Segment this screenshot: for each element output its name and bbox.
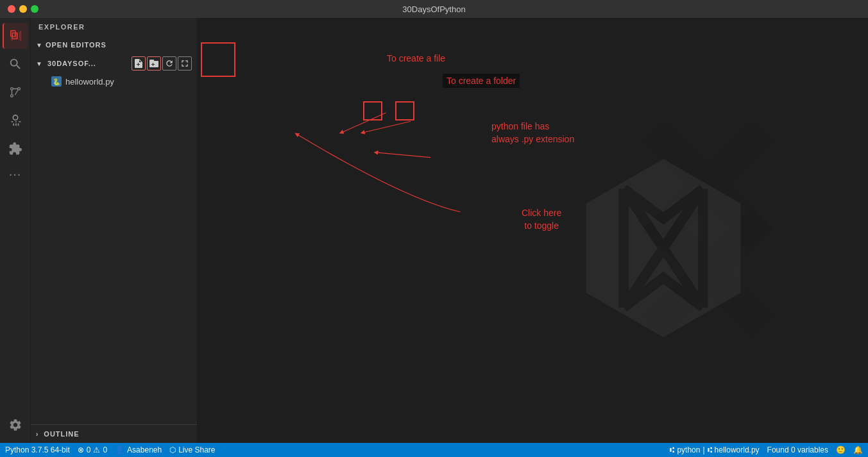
found-variables-label: Found 0 variables bbox=[767, 445, 828, 454]
activity-bar: ··· bbox=[0, 18, 31, 443]
editor-area: To create a file To create a folder pyth… bbox=[198, 18, 868, 443]
explorer-header: EXPLORER bbox=[31, 18, 197, 36]
main-layout: ··· EXPLORER ▼ OPEN EDITORS ▼ 30DAYSOF..… bbox=[0, 18, 868, 443]
sidebar-item-source-control[interactable] bbox=[3, 79, 28, 105]
open-editors-label: OPEN EDITORS bbox=[46, 41, 106, 49]
statusbar-right: ⑆ python | ⑆ helloworld.py Found 0 varia… bbox=[670, 445, 863, 454]
refresh-button[interactable] bbox=[162, 56, 176, 71]
folder-name: 30DAYSOF... bbox=[47, 60, 96, 67]
open-editors-chevron: ▼ bbox=[36, 42, 43, 49]
highlight-explorer bbox=[201, 42, 235, 77]
user-label: Asabeneh bbox=[127, 445, 162, 454]
share-icon: ⬡ bbox=[169, 445, 176, 454]
outline-section: › OUTLINE bbox=[31, 424, 197, 443]
bell-item[interactable]: 🔔 bbox=[853, 445, 863, 454]
warning-icon: ⚠ bbox=[93, 445, 100, 454]
bell-icon[interactable]: 🔔 bbox=[853, 445, 863, 454]
new-folder-button[interactable] bbox=[147, 56, 161, 71]
statusbar: Python 3.7.5 64-bit ⊗ 0 ⚠ 0 👤 Asabeneh ⬡… bbox=[0, 443, 868, 457]
smiley-icon[interactable]: 🙂 bbox=[836, 445, 846, 454]
file-name: helloworld.py bbox=[65, 77, 114, 87]
live-share-label: Live Share bbox=[178, 445, 215, 454]
svg-line-5 bbox=[341, 113, 386, 133]
minimize-button[interactable] bbox=[19, 5, 27, 13]
outline-chevron: › bbox=[36, 431, 38, 438]
folder-actions bbox=[132, 56, 192, 71]
file-status-label: helloworld.py bbox=[715, 445, 760, 454]
file-row-helloworld[interactable]: 🐍 helloworld.py bbox=[31, 73, 197, 90]
settings-icon[interactable] bbox=[3, 412, 28, 438]
window-title: 30DaysOfPython bbox=[402, 4, 465, 14]
outline-label: OUTLINE bbox=[44, 430, 79, 438]
close-button[interactable] bbox=[8, 5, 15, 13]
annotation-python-ext: python file has always .py extension bbox=[491, 120, 574, 145]
python-branch-item[interactable]: ⑆ python | ⑆ helloworld.py bbox=[670, 445, 759, 454]
folder-row-left: ▼ 30DAYSOF... bbox=[36, 60, 132, 67]
svg-line-6 bbox=[362, 121, 411, 133]
warning-count: 0 bbox=[103, 445, 107, 454]
errors-item[interactable]: ⊗ 0 ⚠ 0 bbox=[78, 445, 107, 454]
svg-line-7 bbox=[376, 153, 430, 158]
outline-header[interactable]: › OUTLINE bbox=[31, 425, 197, 443]
smiley-item[interactable]: 🙂 bbox=[836, 445, 846, 454]
sidebar-item-extensions[interactable] bbox=[3, 136, 28, 162]
sidebar-item-debug[interactable] bbox=[3, 108, 28, 133]
python-version-label: Python 3.7.5 64-bit bbox=[5, 445, 70, 454]
annotation-create-folder: To create a folder bbox=[443, 74, 520, 88]
statusbar-left: Python 3.7.5 64-bit ⊗ 0 ⚠ 0 👤 Asabeneh ⬡… bbox=[5, 445, 216, 454]
live-share-item[interactable]: ⬡ Live Share bbox=[169, 445, 215, 454]
error-count: 0 bbox=[87, 445, 91, 454]
annotation-create-file: To create a file bbox=[387, 53, 445, 63]
window-controls[interactable] bbox=[8, 5, 38, 13]
branch-icon2: ⑆ bbox=[708, 445, 712, 454]
folder-chevron: ▼ bbox=[36, 60, 42, 67]
branch-icon: ⑆ bbox=[670, 445, 674, 454]
highlight-new-folder bbox=[395, 101, 414, 120]
folder-row-30days[interactable]: ▼ 30DAYSOF... bbox=[31, 54, 197, 73]
annotation-click-here: Click here to toggle bbox=[522, 207, 561, 232]
highlight-new-file bbox=[363, 101, 382, 120]
sidebar-item-explorer[interactable] bbox=[3, 23, 28, 49]
titlebar: 30DaysOfPython bbox=[0, 0, 868, 18]
python-version-item[interactable]: Python 3.7.5 64-bit bbox=[5, 445, 70, 454]
user-item[interactable]: 👤 Asabeneh bbox=[115, 445, 162, 454]
new-file-button[interactable] bbox=[132, 56, 146, 71]
svg-point-3 bbox=[17, 88, 20, 90]
sidebar: EXPLORER ▼ OPEN EDITORS ▼ 30DAYSOF... bbox=[31, 18, 198, 443]
open-editors-section[interactable]: ▼ OPEN EDITORS bbox=[31, 36, 197, 54]
svg-point-4 bbox=[10, 88, 13, 90]
vscode-watermark bbox=[599, 120, 817, 341]
maximize-button[interactable] bbox=[31, 5, 38, 13]
python-status-label: python bbox=[677, 445, 700, 454]
found-variables-item[interactable]: Found 0 variables bbox=[767, 445, 828, 454]
svg-point-2 bbox=[10, 95, 13, 97]
error-icon: ⊗ bbox=[78, 445, 84, 454]
user-icon: 👤 bbox=[115, 445, 124, 454]
more-activity-items[interactable]: ··· bbox=[3, 164, 28, 183]
sidebar-item-search[interactable] bbox=[3, 51, 28, 77]
collapse-button[interactable] bbox=[178, 56, 192, 71]
python-file-icon: 🐍 bbox=[51, 76, 62, 87]
